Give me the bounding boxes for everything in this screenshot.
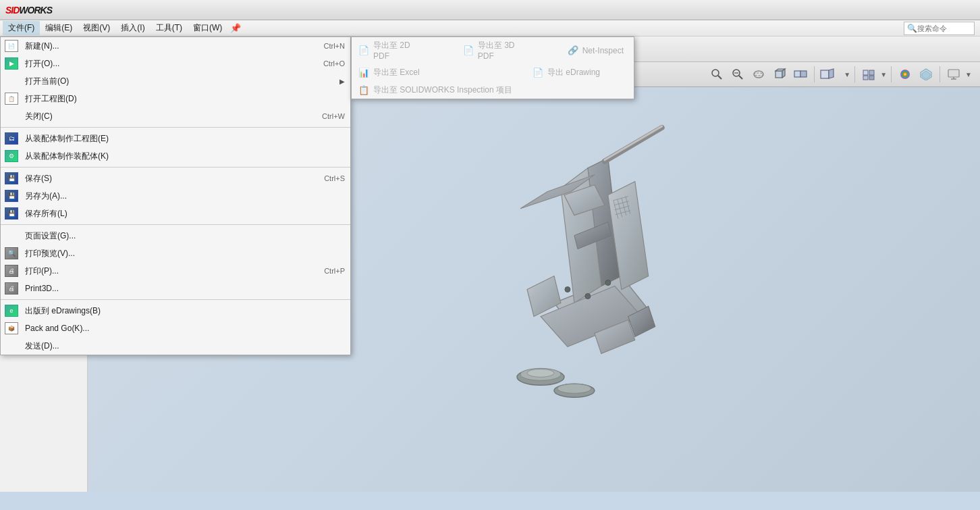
separator-3 (1, 224, 350, 225)
export-solidworks-inspection[interactable]: 📋 导出至 SOLIDWORKS Inspection 项目 (352, 81, 634, 99)
svg-point-31 (712, 70, 719, 76)
submenu-arrow: ▶ (339, 78, 345, 85)
svg-rect-42 (800, 71, 807, 77)
menu-page-setup[interactable]: 页面设置(G)... (1, 227, 350, 245)
svg-rect-52 (948, 70, 959, 77)
menu-print-label: 打印(P)... (25, 265, 310, 277)
pack-go-icon: 📦 (5, 322, 18, 334)
menu-make-drawing[interactable]: 🗂 从装配体制作工程图(E) (1, 130, 350, 147)
title-bar: SIDWORKS (0, 0, 980, 20)
svg-point-70 (565, 287, 570, 292)
menu-edrawings-label: 出版到 eDrawings(B) (25, 305, 345, 317)
menu-open-label: 打开(O)... (25, 58, 310, 70)
search-input[interactable] (917, 24, 971, 32)
menu-save-shortcut: Ctrl+S (324, 174, 345, 182)
3d-view-btn[interactable] (770, 65, 789, 84)
svg-point-37 (754, 73, 763, 76)
svg-rect-46 (869, 70, 874, 75)
menu-make-assembly[interactable]: ⚙ 从装配体制作装配体(K) (1, 147, 350, 165)
menu-new[interactable]: 📄 新建(N)... Ctrl+N (1, 37, 350, 55)
monitor-dropdown-arrow[interactable]: ▼ (965, 71, 972, 78)
menu-save-all-label: 保存所有(L) (25, 208, 345, 220)
svg-rect-43 (821, 70, 829, 78)
menu-close-label: 关闭(C) (25, 111, 308, 122)
svg-point-49 (900, 70, 910, 79)
svg-marker-40 (782, 69, 785, 78)
right-sep-3 (891, 66, 892, 82)
front-view-btn[interactable] (819, 65, 842, 84)
export-2d-pdf[interactable]: 📄 导出至 2D PDF 📄 导出至 3D PDF 🔗 Net-Inspect (352, 37, 634, 63)
svg-point-72 (605, 280, 611, 286)
menu-file[interactable]: 文件(F) (3, 21, 40, 35)
view-cube-btn[interactable] (791, 65, 810, 84)
right-sep-4 (940, 66, 940, 82)
make-drawing-icon: 🗂 (5, 132, 18, 145)
menu-make-assembly-label: 从装配体制作装配体(K) (25, 151, 345, 162)
export-sw-icon: 📋 (358, 85, 369, 95)
menu-print-preview[interactable]: 🔍 打印预览(V)... (1, 245, 350, 262)
search-icon: 🔍 (907, 24, 917, 33)
new-file-icon: 📄 (5, 40, 18, 52)
menu-insert[interactable]: 插入(I) (115, 21, 150, 35)
menu-open[interactable]: ▶ 打开(O)... Ctrl+O (1, 55, 350, 72)
separator-4 (1, 299, 350, 300)
realview-btn[interactable] (917, 65, 935, 84)
color-btn[interactable] (896, 65, 915, 84)
menu-save-label: 保存(S) (25, 173, 310, 184)
menu-open-drawing[interactable]: 📋 打开工程图(D) (1, 90, 350, 107)
menu-view[interactable]: 视图(V) (78, 21, 115, 35)
open-drawing-icon: 📋 (5, 93, 18, 105)
menu-print[interactable]: 🖨 打印(P)... Ctrl+P (1, 262, 350, 280)
menu-make-drawing-label: 从装配体制作工程图(E) (25, 133, 345, 145)
menu-open-shortcut: Ctrl+O (323, 59, 345, 68)
svg-line-59 (605, 128, 662, 161)
menu-save-as[interactable]: 💾 另存为(A)... (1, 187, 350, 205)
menu-send[interactable]: 发送(D)... (1, 337, 350, 355)
svg-line-60 (605, 126, 662, 160)
export-3dpdf-label: 导出至 3D PDF (478, 40, 522, 61)
separator-2 (1, 167, 350, 168)
menu-open-current-label: 打开当前(O) (25, 76, 337, 87)
svg-point-67 (527, 369, 554, 377)
svg-rect-45 (863, 70, 868, 75)
export-edrawing-label: 导出 eDrawing (547, 67, 627, 78)
pin-icon[interactable]: 📌 (230, 23, 241, 33)
menu-window[interactable]: 窗口(W) (188, 21, 227, 35)
file-dropdown-menu: 📄 新建(N)... Ctrl+N ▶ 打开(O)... Ctrl+O 打开当前… (0, 36, 351, 355)
make-assembly-icon: ⚙ (5, 150, 18, 162)
menu-close[interactable]: 关闭(C) Ctrl+W (1, 107, 350, 125)
menu-bar: 文件(F) 编辑(E) 视图(V) 插入(I) 工具(T) 窗口(W) 📌 📄 … (0, 20, 980, 36)
search-parts-btn[interactable] (707, 65, 726, 84)
menu-print-shortcut: Ctrl+P (324, 267, 345, 275)
menu-open-current[interactable]: 打开当前(O) ▶ (1, 72, 350, 90)
menu-save-all[interactable]: 💾 保存所有(L) (1, 205, 350, 222)
save-icon: 💾 (5, 172, 18, 184)
view-dropdown-arrow[interactable]: ▼ (844, 71, 850, 78)
menu-tools[interactable]: 工具(T) (151, 21, 188, 35)
net-inspect-label: Net-Inspect (582, 46, 627, 55)
search-box[interactable]: 🔍 (904, 22, 975, 35)
edrawings-icon: e (5, 305, 18, 317)
export-edrawing-icon: 📄 (533, 68, 543, 78)
find-btn[interactable] (728, 65, 747, 84)
export-2dpdf-icon: 📄 (358, 45, 369, 55)
svg-marker-44 (829, 69, 834, 78)
svg-point-71 (585, 293, 591, 299)
view-style-btn[interactable] (859, 65, 878, 84)
export-excel-icon: 📊 (358, 68, 369, 78)
right-sep-2 (854, 66, 855, 82)
export-excel[interactable]: 📊 导出至 Excel 📄 导出 eDrawing (352, 63, 634, 81)
menu-save-as-label: 另存为(A)... (25, 190, 345, 202)
menu-edrawings[interactable]: e 出版到 eDrawings(B) (1, 302, 350, 320)
separator-1 (1, 127, 350, 128)
menu-pack-and-go[interactable]: 📦 Pack and Go(K)... (1, 320, 350, 337)
menu-edit[interactable]: 编辑(E) (40, 21, 78, 35)
svg-rect-48 (869, 76, 874, 80)
right-toolbar: ▼ ▼ ▼ (702, 62, 977, 86)
monitor2-btn[interactable] (944, 65, 963, 84)
rotate-btn[interactable] (749, 65, 768, 84)
menu-print3d[interactable]: 🖨 Print3D... (1, 280, 350, 297)
menu-save[interactable]: 💾 保存(S) Ctrl+S (1, 170, 350, 187)
save-all-icon: 💾 (5, 207, 18, 220)
style-dropdown-arrow[interactable]: ▼ (880, 71, 887, 78)
